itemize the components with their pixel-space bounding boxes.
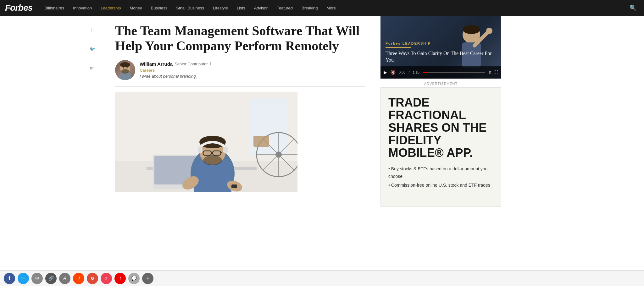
twitter-share-icon[interactable]: 🐦 [87, 44, 97, 54]
facebook-share-icon[interactable]: f [87, 25, 97, 35]
svg-point-8 [120, 62, 130, 67]
nav-lifestyle[interactable]: Lifestyle [208, 0, 232, 16]
progress-bar[interactable] [423, 72, 485, 73]
main-navigation: Forbes Billionaires Innovation Leadershi… [0, 0, 644, 16]
svg-rect-36 [223, 146, 228, 153]
svg-point-29 [203, 155, 222, 165]
current-time: 0:06 [399, 70, 405, 74]
author-category[interactable]: Careers [140, 68, 211, 73]
share-video-icon[interactable]: ⇧ [488, 70, 492, 75]
svg-text:🐦: 🐦 [90, 47, 95, 52]
svg-rect-35 [198, 146, 203, 153]
time-divider: / [408, 70, 409, 74]
ad-bullet-2: • Commission-free online U.S. stock and … [388, 182, 493, 189]
article-image [115, 92, 297, 192]
svg-rect-21 [253, 136, 269, 147]
svg-point-9 [121, 69, 129, 74]
nav-small-business[interactable]: Small Business [172, 0, 208, 16]
video-brand-underline [386, 47, 411, 48]
search-icon[interactable]: 🔍 [627, 4, 639, 11]
advertisement-label: ADVERTISEMENT [380, 79, 501, 87]
fullscreen-icon[interactable]: ⛶ [494, 70, 498, 75]
nav-money[interactable]: Money [125, 0, 147, 16]
progress-fill [423, 72, 428, 73]
svg-rect-26 [194, 161, 231, 192]
author-avatar [115, 60, 135, 80]
nav-links: Billionaires Innovation Leadership Money… [40, 0, 627, 16]
total-time: 1:10 [413, 70, 419, 74]
video-brand: Forbes LEADERSHIP [386, 41, 496, 45]
nav-business[interactable]: Business [147, 0, 172, 16]
author-row: William Arruda Senior Contributor ℹ Care… [115, 60, 365, 80]
video-controls: ▶ 🔇 0:06 / 1:10 ⇧ ⛶ [380, 66, 501, 79]
svg-text:in: in [90, 66, 94, 70]
article-main: The Team Management Software That Will H… [105, 16, 375, 207]
svg-text:f: f [91, 27, 93, 33]
nav-advisor[interactable]: Advisor [250, 0, 272, 16]
article-title: The Team Management Software That Will H… [115, 23, 365, 54]
forbes-logo[interactable]: Forbes [5, 3, 32, 13]
mute-button[interactable]: 🔇 [390, 70, 396, 75]
ad-headline: TRADE FRACTIONAL SHARES ON THE FIDELITY … [388, 96, 493, 159]
nav-leadership[interactable]: Leadership [96, 0, 125, 16]
video-title: Three Ways To Gain Clarity On The Best C… [386, 50, 496, 63]
video-player: Forbes LEADERSHIP Three Ways To Gain Cla… [380, 16, 501, 79]
svg-point-44 [486, 28, 492, 34]
svg-rect-39 [231, 184, 237, 188]
right-sidebar: Forbes LEADERSHIP Three Ways To Gain Cla… [375, 16, 501, 207]
nav-innovation[interactable]: Innovation [69, 0, 96, 16]
ad-bullets: • Buy stocks & ETFs based on a dollar am… [388, 165, 493, 189]
author-bio: I write about personal branding. [140, 74, 211, 79]
svg-point-11 [126, 67, 128, 69]
nav-featured[interactable]: Featured [272, 0, 297, 16]
svg-point-45 [463, 25, 480, 34]
author-role: Senior Contributor [175, 62, 208, 66]
video-overlay: Forbes LEADERSHIP Three Ways To Gain Cla… [386, 41, 496, 63]
advertisement-box[interactable]: TRADE FRACTIONAL SHARES ON THE FIDELITY … [380, 87, 501, 207]
author-name: William Arruda [140, 61, 173, 67]
author-info: William Arruda Senior Contributor ℹ Care… [140, 61, 211, 79]
nav-billionaires[interactable]: Billionaires [40, 0, 69, 16]
ad-bullet-1: • Buy stocks & ETFs based on a dollar am… [388, 165, 493, 180]
play-button[interactable]: ▶ [384, 70, 387, 75]
info-icon: ℹ [210, 62, 211, 67]
left-sidebar: f 🐦 in [80, 16, 105, 207]
svg-point-10 [123, 67, 124, 69]
nav-breaking[interactable]: Breaking [297, 0, 322, 16]
article-divider [115, 86, 365, 87]
linkedin-share-icon[interactable]: in [87, 63, 97, 73]
page-wrapper: f 🐦 in The Team Management Software That… [80, 16, 564, 207]
nav-lists[interactable]: Lists [232, 0, 250, 16]
nav-more[interactable]: More [322, 0, 340, 16]
